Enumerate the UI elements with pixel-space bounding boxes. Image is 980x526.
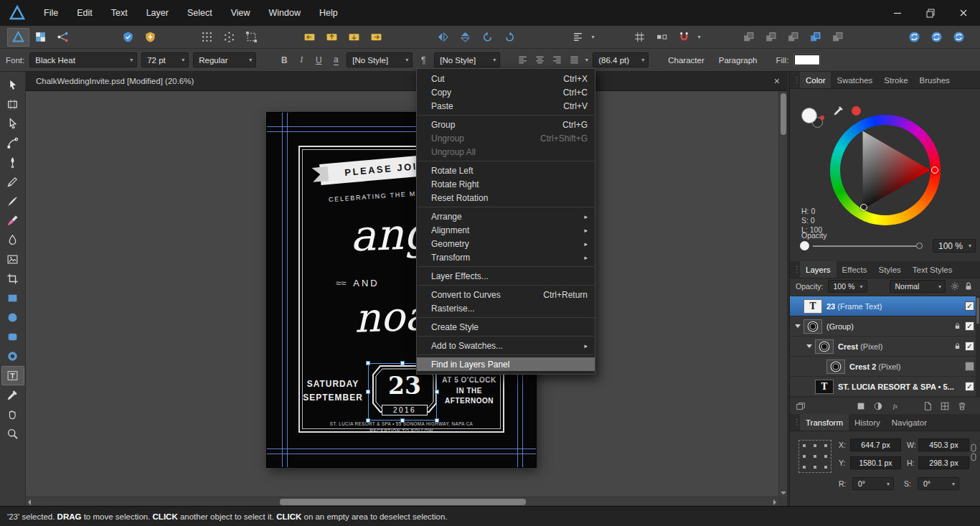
menu-item-edit[interactable]: Edit <box>67 0 102 26</box>
context-menu-item-cut[interactable]: CutCtrl+X <box>417 72 595 85</box>
context-menu-item-convert-to-curves[interactable]: Convert to CurvesCtrl+Return <box>417 288 595 301</box>
tab-close-icon[interactable]: × <box>774 76 780 86</box>
arrange-gray-button[interactable] <box>782 28 804 47</box>
anchor-dot[interactable] <box>824 455 827 458</box>
context-menu-item-find-in-layers-panel[interactable]: Find in Layers Panel <box>417 357 595 371</box>
vector-brush-tool-button[interactable] <box>1 192 24 211</box>
link-dimensions-icon[interactable] <box>969 443 978 465</box>
saturation-lightness-selector[interactable] <box>860 204 867 211</box>
paint-brush-tool-button[interactable] <box>1 211 24 230</box>
orb-button[interactable] <box>903 28 925 47</box>
selection-handle[interactable] <box>400 418 405 423</box>
align-justify-button[interactable] <box>566 52 582 67</box>
pencil-tool-button[interactable] <box>1 172 24 192</box>
scroll-down-icon[interactable] <box>781 492 786 494</box>
selection-handle[interactable] <box>366 390 370 394</box>
visibility-checkbox[interactable]: ✓ <box>965 382 974 391</box>
transform-box-button[interactable] <box>240 28 263 47</box>
context-menu-item-group[interactable]: GroupCtrl+G <box>417 118 595 131</box>
rotate-ccw-button[interactable] <box>476 28 499 47</box>
minimize-button[interactable] <box>881 0 914 26</box>
character-style-select[interactable]: [No Style]▾ <box>347 52 413 67</box>
selection-handle[interactable] <box>435 418 439 423</box>
tab-transform[interactable]: Transform <box>800 414 849 431</box>
expander-icon[interactable] <box>804 342 814 351</box>
align-left-button[interactable] <box>514 52 530 67</box>
paragraph-style-select[interactable]: [No Style]▾ <box>434 52 500 67</box>
blend-mode-select[interactable]: Normal▾ <box>890 280 946 293</box>
alignment-caret-icon[interactable]: ▾ <box>583 57 590 63</box>
magnet-button[interactable] <box>673 28 695 47</box>
layer-row[interactable]: (Group)✓ <box>790 316 980 337</box>
place-image-tool-button[interactable] <box>1 250 24 269</box>
opacity-slider-track[interactable] <box>813 245 916 247</box>
fill-swatch[interactable] <box>794 55 820 65</box>
layer-opacity-select[interactable]: 100 %▾ <box>828 280 867 293</box>
corner-tool-button[interactable] <box>1 133 24 153</box>
selection-handle[interactable] <box>366 418 370 423</box>
fill-tool-button[interactable] <box>1 230 24 250</box>
vertical-scroll-thumb[interactable] <box>781 93 786 135</box>
context-menu-item-reset-rotation[interactable]: Reset Rotation <box>417 191 595 205</box>
pixel-align-button[interactable] <box>651 28 673 47</box>
align-right-button[interactable] <box>549 52 565 67</box>
flip-v-button[interactable] <box>454 28 476 47</box>
context-menu-item-rasterise[interactable]: Rasterise... <box>417 301 595 315</box>
font-style-select[interactable]: Regular▾ <box>193 52 256 67</box>
arrange-gray-button[interactable] <box>826 28 849 47</box>
app-logo-icon[interactable] <box>0 0 34 26</box>
artboard-tool-button[interactable] <box>1 95 24 114</box>
tab-text-styles[interactable]: Text Styles <box>907 261 958 278</box>
menu-item-help[interactable]: Help <box>310 0 347 26</box>
fx-button[interactable]: fx <box>890 401 900 411</box>
adjustment-button[interactable] <box>873 401 883 411</box>
ellipse-tool-button[interactable] <box>1 308 24 327</box>
context-menu-item-layer-effects[interactable]: Layer Effects... <box>417 269 595 283</box>
arrange-blue-button[interactable] <box>804 28 826 47</box>
insert-inside-button[interactable] <box>343 28 365 47</box>
shape-tool-button[interactable] <box>1 347 24 366</box>
menu-item-select[interactable]: Select <box>178 0 222 26</box>
persona-designer-button[interactable] <box>7 28 29 47</box>
context-menu-item-geometry[interactable]: Geometry▸ <box>417 237 595 250</box>
zoom-tool-button[interactable] <box>1 424 24 443</box>
rotate-cw-button[interactable] <box>499 28 521 47</box>
tab-swatches[interactable]: Swatches <box>831 72 878 88</box>
tab-stroke[interactable]: Stroke <box>878 72 913 88</box>
underline-button[interactable]: U <box>311 52 326 67</box>
layers-scrollbar[interactable] <box>976 296 980 397</box>
anchor-point-selector[interactable] <box>798 440 831 473</box>
tab-color[interactable]: Color <box>800 72 831 88</box>
transform-h-input[interactable]: 298.3 px <box>918 456 969 469</box>
layer-row[interactable]: T23(Frame Text)✓ <box>790 296 980 316</box>
context-menu-item-rotate-right[interactable]: Rotate Right <box>417 177 595 191</box>
layer-row[interactable]: TST. LUCIA RESORT & SPA • 5...✓ <box>790 377 980 397</box>
leading-select[interactable]: (86.4 pt)▾ <box>593 52 649 67</box>
layer-row[interactable]: Crest 2(Pixel) <box>790 357 980 377</box>
tab-layers[interactable]: Layers <box>800 261 837 278</box>
horizontal-scroll-thumb[interactable] <box>280 499 526 505</box>
context-menu-item-add-to-swatches[interactable]: Add to Swatches...▸ <box>417 339 595 352</box>
menu-item-file[interactable]: File <box>34 0 67 26</box>
context-menu-item-arrange[interactable]: Arrange▸ <box>417 210 595 223</box>
blend-options-button[interactable] <box>948 281 962 291</box>
rounded-rectangle-tool-button[interactable] <box>1 327 24 347</box>
tab-navigator[interactable]: Navigator <box>886 414 933 431</box>
tab-history[interactable]: History <box>849 414 886 431</box>
stroke-swatch[interactable] <box>801 108 817 123</box>
grid-iso-button[interactable] <box>218 28 240 47</box>
anchor-dot[interactable] <box>824 466 827 469</box>
restore-button[interactable] <box>914 0 947 26</box>
context-menu-item-transform[interactable]: Transform▸ <box>417 250 595 264</box>
anchor-dot[interactable] <box>814 444 816 447</box>
grid-toggle-button[interactable] <box>628 28 651 47</box>
close-button[interactable] <box>947 0 980 26</box>
italic-button[interactable]: I <box>293 52 309 67</box>
menu-item-text[interactable]: Text <box>102 0 137 26</box>
orb-button[interactable] <box>948 28 970 47</box>
transform-y-input[interactable]: 1580.1 px <box>850 456 901 469</box>
node-tool-button[interactable] <box>1 114 24 133</box>
insert-replace-button[interactable] <box>365 28 387 47</box>
trash-button[interactable] <box>957 401 967 411</box>
pen-tool-button[interactable] <box>1 153 24 172</box>
